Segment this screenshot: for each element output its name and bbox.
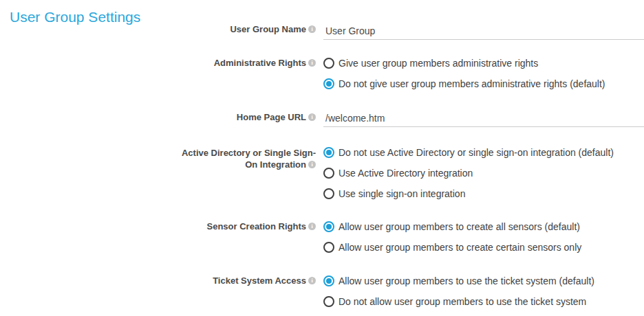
radio-button-icon[interactable] xyxy=(323,168,334,179)
field-label-text: Home Page URL xyxy=(237,112,306,122)
user-group-name-input[interactable] xyxy=(323,22,644,40)
radio-option[interactable]: Do not give user group members administr… xyxy=(323,74,605,94)
info-icon[interactable]: i xyxy=(308,25,316,33)
radio-button-icon[interactable] xyxy=(323,221,334,232)
radio-option[interactable]: Use Active Directory integration xyxy=(323,163,614,183)
radio-option[interactable]: Use single sign-on integration xyxy=(323,183,614,204)
field-label-ad-sso-integration: Active Directory or Single Sign-On Integ… xyxy=(172,147,316,170)
radio-option[interactable]: Allow user group members to create certa… xyxy=(323,237,581,258)
radio-option[interactable]: Allow user group members to use the tick… xyxy=(323,271,594,291)
info-icon[interactable]: i xyxy=(308,223,316,230)
radio-button-icon[interactable] xyxy=(323,275,334,286)
info-icon[interactable]: i xyxy=(308,277,316,284)
ticket-system-access-radio-group: Allow user group members to use the tick… xyxy=(323,271,594,312)
radio-option-label[interactable]: Do not use Active Directory or single si… xyxy=(339,147,614,158)
radio-option-label[interactable]: Allow user group members to use the tick… xyxy=(339,275,594,286)
radio-button-icon[interactable] xyxy=(323,58,334,69)
radio-button-icon[interactable] xyxy=(323,242,334,253)
info-icon[interactable]: i xyxy=(308,161,316,168)
field-label-sensor-creation-rights: Sensor Creation Rightsi xyxy=(172,221,316,232)
field-label-text: Sensor Creation Rights xyxy=(207,221,306,232)
radio-option-label[interactable]: Do not allow user group members to use t… xyxy=(339,296,586,307)
field-label-text: Active Directory or Single Sign-On Integ… xyxy=(182,148,316,170)
info-icon[interactable]: i xyxy=(308,113,316,121)
home-page-url-input[interactable] xyxy=(323,109,644,127)
radio-button-icon[interactable] xyxy=(323,296,334,307)
administrative-rights-radio-group: Give user group members administrative r… xyxy=(323,53,605,94)
radio-button-icon[interactable] xyxy=(323,147,334,158)
ad-sso-integration-radio-group: Do not use Active Directory or single si… xyxy=(323,142,614,204)
radio-option-label[interactable]: Use Active Directory integration xyxy=(339,168,473,179)
radio-option-label[interactable]: Allow user group members to create certa… xyxy=(339,242,581,253)
field-label-home-page-url: Home Page URLi xyxy=(172,111,316,123)
radio-option-label[interactable]: Allow user group members to create all s… xyxy=(339,221,580,232)
radio-option-label[interactable]: Use single sign-on integration xyxy=(339,188,465,199)
field-label-text: Ticket System Access xyxy=(213,275,306,286)
field-label-administrative-rights: Administrative Rightsi xyxy=(172,57,316,69)
field-label-ticket-system-access: Ticket System Accessi xyxy=(172,275,316,286)
field-label-user-group-name: User Group Namei xyxy=(172,23,316,35)
radio-option[interactable]: Allow user group members to create all s… xyxy=(323,216,581,237)
sensor-creation-rights-radio-group: Allow user group members to create all s… xyxy=(323,216,581,258)
radio-option[interactable]: Do not use Active Directory or single si… xyxy=(323,142,614,163)
radio-option[interactable]: Give user group members administrative r… xyxy=(323,53,605,74)
radio-option-label[interactable]: Give user group members administrative r… xyxy=(339,58,538,69)
info-icon[interactable]: i xyxy=(308,59,316,67)
field-label-text: User Group Name xyxy=(230,24,306,34)
user-group-settings-page: User Group Settings User Group Namei Adm… xyxy=(0,0,644,316)
page-title: User Group Settings xyxy=(10,8,140,26)
radio-button-icon[interactable] xyxy=(323,188,334,199)
field-label-text: Administrative Rights xyxy=(214,58,306,68)
radio-button-icon[interactable] xyxy=(323,78,334,89)
radio-option-label[interactable]: Do not give user group members administr… xyxy=(339,78,605,89)
radio-option[interactable]: Do not allow user group members to use t… xyxy=(323,291,594,312)
